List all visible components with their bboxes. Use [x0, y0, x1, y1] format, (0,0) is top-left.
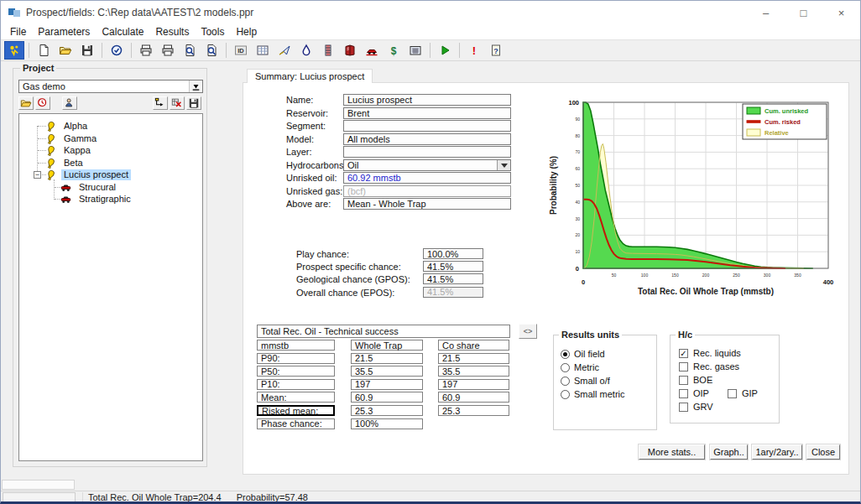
new-document-button[interactable]: [34, 41, 54, 60]
economics-dollar-button[interactable]: $: [384, 41, 404, 60]
menu-help[interactable]: Help: [230, 25, 263, 39]
radio-small-metric[interactable]: Small metric: [561, 389, 625, 399]
print-preview-button[interactable]: [180, 41, 200, 60]
field-segment-[interactable]: [343, 120, 511, 132]
save-file-button[interactable]: [77, 41, 97, 60]
report-preview-button[interactable]: [201, 41, 222, 60]
checkbox-grv[interactable]: GRV: [679, 402, 713, 412]
print-button[interactable]: [136, 41, 156, 60]
svg-text:80: 80: [575, 133, 580, 138]
svg-text:ID: ID: [237, 47, 244, 55]
data-table-button[interactable]: [253, 41, 273, 60]
field-hydrocarbons-[interactable]: Oil: [343, 159, 511, 171]
field-unrisked-gas-[interactable]: (bcf): [343, 185, 511, 197]
close-button[interactable]: Close: [806, 444, 840, 460]
close-button[interactable]: ×: [822, 1, 860, 24]
radio-metric[interactable]: Metric: [561, 362, 599, 372]
checkbox-oip[interactable]: OIP: [679, 388, 709, 398]
table-cell: 197: [351, 379, 423, 390]
tree-item-gamma[interactable]: Gamma: [44, 132, 99, 145]
radio-oil-field[interactable]: Oil field: [561, 349, 605, 359]
transport-button[interactable]: [362, 41, 382, 60]
table-cell: 35.5: [351, 366, 423, 377]
field-label-model-: Model:: [286, 134, 314, 144]
svg-text:60: 60: [575, 166, 580, 171]
dropdown-arrow-icon[interactable]: [497, 160, 510, 170]
tree-copy-button[interactable]: [153, 96, 168, 110]
minimize-button[interactable]: –: [747, 1, 785, 24]
id-labels-button[interactable]: ID: [231, 41, 251, 60]
chance-label-prospect-specific-chance-: Prospect specific chance:: [296, 262, 401, 272]
table-cell: 35.5: [438, 366, 509, 377]
checkbox-icon: [679, 376, 688, 385]
menu-tools[interactable]: Tools: [195, 25, 230, 39]
menu-file[interactable]: File: [4, 25, 32, 39]
project-panel: Project Gas demo AlphaGammaKappaBetaLuci…: [13, 68, 207, 467]
field-name-[interactable]: Lucius prospect: [343, 94, 511, 106]
checkbox-gip[interactable]: GIP: [728, 388, 758, 398]
svg-text:100: 100: [641, 273, 649, 278]
field-above-are-[interactable]: Mean - Whole Trap: [343, 198, 511, 210]
field-layer-[interactable]: [343, 146, 511, 158]
checkbox-icon: [679, 362, 688, 372]
prospects-button[interactable]: [4, 41, 24, 60]
tree-item-beta[interactable]: Beta: [44, 157, 86, 169]
maximize-button[interactable]: □: [785, 1, 822, 24]
field-unrisked-oil-[interactable]: 60.92 mmstb: [343, 172, 511, 184]
save-project-button[interactable]: [186, 96, 201, 110]
user-button[interactable]: [62, 96, 77, 110]
tree-item-stratigraphic[interactable]: Stratigraphic: [60, 193, 133, 205]
results-units-group: Results units Oil fieldMetricSmall o/fSm…: [553, 335, 657, 430]
tree-item-alpha[interactable]: Alpha: [44, 120, 90, 132]
clock-check-button[interactable]: [107, 41, 127, 60]
alert-button[interactable]: !: [464, 41, 484, 60]
svg-text:90: 90: [575, 117, 580, 122]
red-book-button[interactable]: [340, 41, 360, 60]
tree-item-strucural[interactable]: Strucural: [60, 181, 118, 194]
tab-summary[interactable]: Summary: Lucius prospect: [247, 69, 373, 83]
combo-dropdown-icon[interactable]: [189, 81, 202, 92]
radio-label: Metric: [574, 362, 599, 372]
field-reservoir-[interactable]: Brent: [343, 107, 511, 119]
radio-icon: [561, 350, 570, 359]
more-stats-button[interactable]: More stats..: [639, 444, 705, 460]
tree-item-kappa[interactable]: Kappa: [44, 144, 93, 157]
svg-text:200: 200: [702, 273, 710, 278]
print-all-button[interactable]: [158, 41, 178, 60]
tree-item-lucius-prospect[interactable]: Lucius prospect: [44, 169, 131, 181]
run-button[interactable]: [435, 41, 455, 60]
collapse-toggle[interactable]: −: [34, 171, 41, 179]
oil-droplet-button[interactable]: [296, 41, 316, 60]
1ary-2ary-button[interactable]: 1ary/2ary..: [752, 444, 802, 460]
chance-play-chance-: 100.0%: [423, 248, 483, 259]
tree-item-label: Kappa: [61, 145, 93, 156]
checkbox-rec-liquids[interactable]: Rec. liquids: [679, 348, 741, 358]
radio-icon: [561, 363, 570, 372]
project-clock-button[interactable]: [35, 96, 50, 110]
status-probability: Probability=57.48: [237, 492, 308, 502]
open-project-button[interactable]: [18, 96, 34, 110]
project-clock-icon: [37, 97, 49, 109]
project-combo[interactable]: Gas demo: [18, 80, 203, 93]
swap-columns-button[interactable]: <>: [519, 324, 537, 339]
field-model-[interactable]: All models: [343, 133, 511, 145]
table-row-label-phase-chance-: Phase chance:: [257, 418, 335, 429]
id-labels-icon: ID: [234, 44, 248, 57]
menu-parameters[interactable]: Parameters: [32, 25, 96, 39]
table-cell: 60.9: [438, 392, 509, 403]
svg-text:0: 0: [582, 278, 585, 286]
graph-button[interactable]: Graph..: [710, 444, 748, 460]
field-value: Brent: [347, 108, 369, 118]
help-button[interactable]: ?: [486, 41, 506, 60]
checkbox-rec-gases[interactable]: Rec. gases: [679, 361, 739, 372]
tree-connector: [54, 179, 55, 200]
well-log-button[interactable]: [318, 41, 338, 60]
calculator-button[interactable]: [405, 41, 425, 60]
menu-results[interactable]: Results: [149, 25, 195, 39]
checkbox-boe[interactable]: BOE: [679, 375, 712, 385]
menu-calculate[interactable]: Calculate: [96, 25, 149, 39]
radio-small-o-f[interactable]: Small o/f: [561, 376, 610, 386]
dart-button[interactable]: [274, 41, 295, 60]
open-file-button[interactable]: [55, 41, 76, 60]
delete-grid-button[interactable]: [170, 96, 185, 110]
